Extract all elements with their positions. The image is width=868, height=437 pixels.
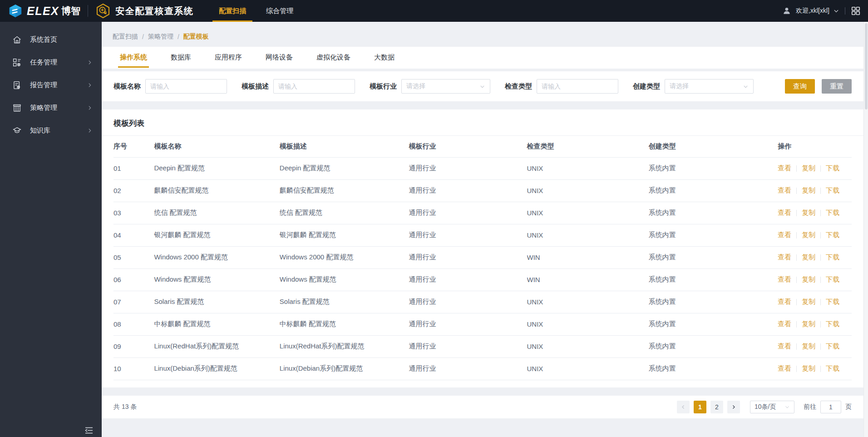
breadcrumb-item-1[interactable]: 策略管理 (148, 33, 173, 41)
filter-input-3[interactable] (537, 79, 618, 94)
action-copy-link[interactable]: 复制 (802, 164, 815, 173)
action-view-link[interactable]: 查看 (778, 231, 791, 239)
action-view-link[interactable]: 查看 (778, 275, 791, 284)
action-view-link[interactable]: 查看 (778, 209, 791, 217)
table-row: 04银河麒麟 配置规范银河麒麟 配置规范通用行业UNIX系统内置查看复制下载 (113, 224, 852, 246)
filter-input-0[interactable] (145, 79, 227, 94)
user-welcome[interactable]: 欢迎,xkl[xkl] (796, 7, 829, 15)
sidebar-menu: 系统首页任务管理报告管理策略管理知识库 (0, 28, 102, 142)
row-actions: 查看复制下载 (778, 186, 852, 195)
card-title: 模板列表 (113, 109, 852, 135)
action-copy-link[interactable]: 复制 (802, 209, 815, 217)
action-view-link[interactable]: 查看 (778, 164, 791, 173)
brand: ELEX 博智 (0, 4, 80, 18)
sidebar-item-2[interactable]: 报告管理 (0, 74, 102, 96)
action-download-link[interactable]: 下载 (826, 364, 839, 373)
chevron-down-icon (479, 84, 485, 89)
tab-0[interactable]: 操作系统 (113, 53, 153, 69)
tasks-icon (12, 57, 22, 67)
filter-group-4: 创建类型请选择 (633, 79, 754, 94)
chevron-down-icon[interactable] (833, 8, 839, 14)
table-row: 08中标麒麟 配置规范中标麒麟 配置规范通用行业UNIX系统内置查看复制下载 (113, 313, 852, 335)
filter-select-4[interactable]: 请选择 (665, 79, 754, 94)
action-download-link[interactable]: 下载 (826, 231, 839, 239)
sidebar-item-0[interactable]: 系统首页 (0, 28, 102, 51)
filter-group-1: 模板描述 (242, 79, 355, 94)
action-copy-link[interactable]: 复制 (802, 320, 815, 328)
sidebar-item-label: 报告管理 (30, 81, 57, 89)
table-row: 09Linux(RedHat系列)配置规范Linux(RedHat系列)配置规范… (113, 335, 852, 358)
collapse-sidebar-icon[interactable] (84, 427, 94, 434)
chevron-right-icon (87, 82, 93, 88)
action-copy-link[interactable]: 复制 (802, 298, 815, 306)
select-placeholder: 请选择 (670, 82, 689, 90)
cell-name: Linux(RedHat系列)配置规范 (154, 335, 279, 358)
action-divider (796, 277, 797, 283)
reset-button[interactable]: 重置 (822, 79, 852, 94)
cell-desc: 银河麒麟 配置规范 (280, 224, 409, 246)
scrollbar-thumb[interactable] (865, 23, 868, 109)
filter-group-0: 模板名称 (113, 79, 227, 94)
action-copy-link[interactable]: 复制 (802, 342, 815, 351)
filter-label: 创建类型 (633, 82, 660, 91)
page-button-1[interactable]: 1 (694, 401, 706, 413)
search-button[interactable]: 查询 (785, 79, 815, 94)
action-download-link[interactable]: 下载 (826, 298, 839, 306)
sidebar-item-1[interactable]: 任务管理 (0, 51, 102, 74)
page-button-2[interactable]: 2 (710, 401, 723, 413)
filter-label: 模板行业 (370, 82, 397, 91)
cell-no: 04 (113, 224, 154, 246)
cell-actions: 查看复制下载 (778, 224, 852, 246)
tab-3[interactable]: 网络设备 (259, 53, 299, 69)
breadcrumb-item-0[interactable]: 配置扫描 (113, 33, 138, 41)
top-nav-item-0[interactable]: 配置扫描 (209, 0, 256, 22)
cell-desc: Windows 配置规范 (280, 268, 409, 291)
scrollbar[interactable] (863, 22, 868, 437)
action-copy-link[interactable]: 复制 (802, 253, 815, 262)
cell-industry: 通用行业 (409, 157, 527, 179)
cell-actions: 查看复制下载 (778, 268, 852, 291)
action-copy-link[interactable]: 复制 (802, 231, 815, 239)
breadcrumb-item-2[interactable]: 配置模板 (183, 33, 209, 41)
apps-grid-icon[interactable] (851, 6, 861, 16)
action-download-link[interactable]: 下载 (826, 164, 839, 173)
action-download-link[interactable]: 下载 (826, 186, 839, 195)
sidebar-item-3[interactable]: 策略管理 (0, 96, 102, 119)
cell-industry: 通用行业 (409, 246, 527, 268)
cell-actions: 查看复制下载 (778, 202, 852, 224)
top-nav-item-1[interactable]: 综合管理 (256, 0, 303, 22)
pagination-bar: 共 13 条 12 10条/页 (102, 396, 863, 418)
action-download-link[interactable]: 下载 (826, 209, 839, 217)
filter-input-1[interactable] (273, 79, 355, 94)
cell-create_type: 系统内置 (649, 246, 778, 268)
main-content: 配置扫描/策略管理/配置模板 操作系统数据库应用程序网络设备虚拟化设备大数据 模… (102, 22, 868, 437)
sidebar-item-4[interactable]: 知识库 (0, 119, 102, 142)
row-actions: 查看复制下载 (778, 253, 852, 262)
tab-1[interactable]: 数据库 (164, 53, 197, 69)
action-download-link[interactable]: 下载 (826, 253, 839, 262)
action-view-link[interactable]: 查看 (778, 298, 791, 306)
action-divider (796, 366, 797, 372)
action-view-link[interactable]: 查看 (778, 342, 791, 351)
action-view-link[interactable]: 查看 (778, 364, 791, 373)
page-size-select[interactable]: 10条/页 (750, 401, 794, 413)
action-view-link[interactable]: 查看 (778, 186, 791, 195)
action-view-link[interactable]: 查看 (778, 253, 791, 262)
action-copy-link[interactable]: 复制 (802, 186, 815, 195)
action-download-link[interactable]: 下载 (826, 320, 839, 328)
action-download-link[interactable]: 下载 (826, 342, 839, 351)
action-copy-link[interactable]: 复制 (802, 364, 815, 373)
tab-2[interactable]: 应用程序 (208, 53, 248, 69)
action-view-link[interactable]: 查看 (778, 320, 791, 328)
action-divider (820, 165, 821, 172)
tab-4[interactable]: 虚拟化设备 (310, 53, 357, 69)
action-download-link[interactable]: 下载 (826, 275, 839, 284)
filter-select-2[interactable]: 请选择 (401, 79, 490, 94)
next-page-button[interactable] (727, 401, 740, 413)
tab-5[interactable]: 大数据 (368, 53, 401, 69)
category-tabs: 操作系统数据库应用程序网络设备虚拟化设备大数据 (102, 47, 863, 69)
goto-page-input[interactable] (820, 401, 841, 413)
user-icon (782, 6, 791, 15)
action-copy-link[interactable]: 复制 (802, 275, 815, 284)
prev-page-button[interactable] (677, 401, 690, 413)
